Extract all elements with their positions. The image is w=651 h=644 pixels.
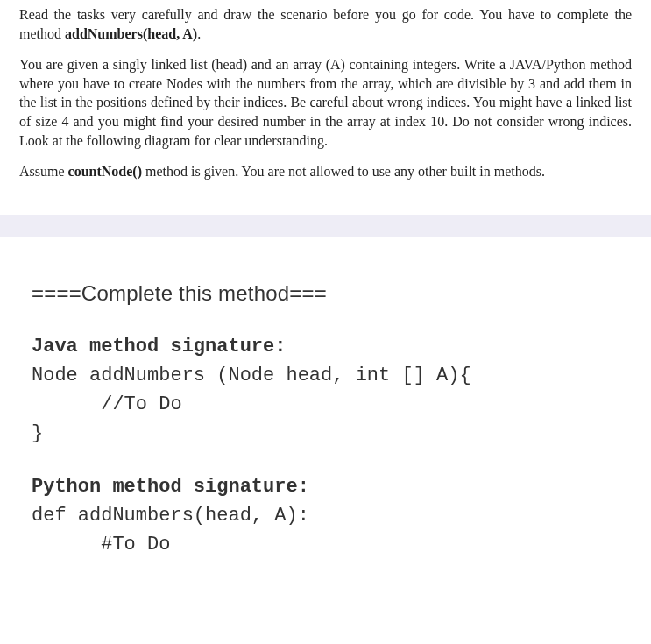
python-line-1: def addNumbers(head, A): — [32, 505, 309, 527]
python-title: Python method signature: — [32, 476, 309, 498]
java-line-1: Node addNumbers (Node head, int [] A){ — [32, 364, 471, 386]
complete-method-heading: ====Complete this method=== — [32, 281, 619, 306]
p1-bold: addNumbers(head, A) — [65, 26, 197, 41]
p3-suffix: method is given. You are not allowed to … — [142, 164, 545, 179]
instructions-block: Read the tasks very carefully and draw t… — [0, 0, 651, 206]
instruction-paragraph-3: Assume countNode() method is given. You … — [19, 162, 632, 181]
java-line-2: //To Do — [32, 393, 182, 415]
python-signature-block: Python method signature: def addNumbers(… — [32, 472, 619, 559]
section-separator — [0, 215, 651, 237]
instruction-paragraph-1: Read the tasks very carefully and draw t… — [19, 5, 632, 43]
java-signature-block: Java method signature: Node addNumbers (… — [32, 332, 619, 448]
java-title: Java method signature: — [32, 336, 286, 357]
p3-bold: countNode() — [68, 164, 142, 179]
code-section: ====Complete this method=== Java method … — [0, 246, 651, 592]
p3-prefix: Assume — [19, 164, 68, 179]
python-line-2: #To Do — [32, 534, 170, 556]
java-line-3: } — [32, 422, 43, 444]
instruction-paragraph-2: You are given a singly linked list (head… — [19, 55, 632, 150]
p1-suffix: . — [197, 26, 201, 41]
